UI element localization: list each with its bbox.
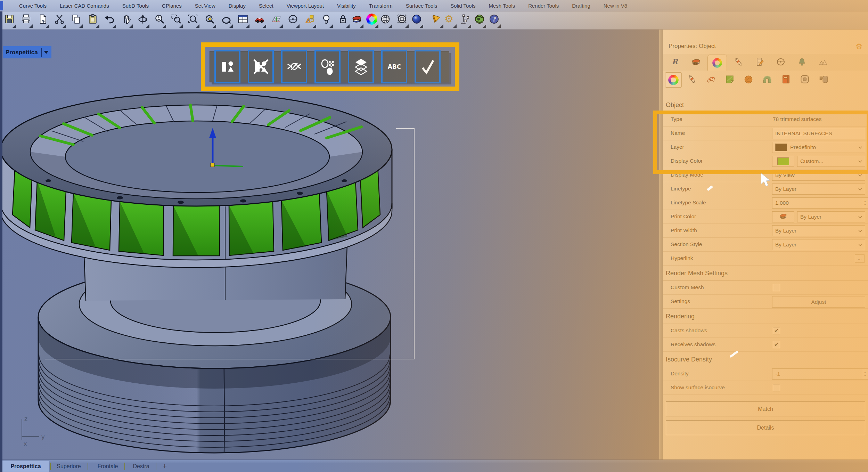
- flyout-triangle-icon[interactable]: [296, 24, 300, 28]
- save-button[interactable]: [3, 13, 16, 28]
- sphere-shaded-button[interactable]: [410, 13, 423, 28]
- menu-item-solid-tools[interactable]: Solid Tools: [444, 3, 482, 9]
- zoom-extents-button[interactable]: [203, 13, 216, 28]
- gear-button[interactable]: ⚙: [443, 13, 457, 28]
- flyout-triangle-icon[interactable]: [346, 24, 350, 28]
- color-wheel-button[interactable]: [365, 13, 378, 28]
- sphere-grid-button[interactable]: [395, 13, 409, 28]
- chevron-down-icon[interactable]: [858, 243, 862, 246]
- menu-item-visibility[interactable]: Visibility: [330, 3, 362, 9]
- menu-item-transform[interactable]: Transform: [362, 3, 399, 9]
- menu-item-drafting[interactable]: Drafting: [565, 3, 597, 9]
- menu-item-laser-cad-comands[interactable]: Laser CAD Comands: [53, 3, 116, 9]
- rotate-view-button[interactable]: [136, 13, 149, 28]
- match-button[interactable]: Match: [666, 401, 865, 416]
- panel-tab-rocks[interactable]: [813, 55, 833, 71]
- linetype-dropdown[interactable]: By Layer: [772, 184, 865, 195]
- viewport-tab-destra[interactable]: Destra: [128, 461, 154, 472]
- material-icon-red-book[interactable]: [778, 72, 794, 88]
- flyout-triangle-icon[interactable]: [497, 24, 501, 28]
- chevron-down-icon[interactable]: [858, 229, 862, 233]
- flyout-triangle-icon[interactable]: [196, 24, 199, 28]
- chevron-down-icon[interactable]: [44, 51, 49, 54]
- help-button[interactable]: ?: [488, 13, 501, 28]
- panel-tab-script-pencil[interactable]: [750, 55, 769, 71]
- panel-tab-paint-tube[interactable]: [729, 55, 748, 71]
- material-icon-striped-cylinder[interactable]: [815, 72, 832, 88]
- swap-display-button[interactable]: [314, 50, 341, 83]
- flyout-triangle-icon[interactable]: [468, 24, 471, 28]
- flyout-triangle-icon[interactable]: [453, 24, 457, 28]
- density-spinner-field[interactable]: -1: [772, 368, 868, 380]
- dimension-nodes-button[interactable]: [458, 13, 471, 28]
- select-objects-off-button[interactable]: [248, 50, 274, 83]
- menu-item-surface-tools[interactable]: Surface Tools: [399, 3, 444, 9]
- flyout-triangle-icon[interactable]: [440, 24, 443, 28]
- no-diameter-button[interactable]: [281, 50, 307, 83]
- viewport-perspective[interactable]: z y x Prospettica: [0, 30, 663, 459]
- flyout-triangle-icon[interactable]: [360, 24, 363, 28]
- viewport-grid-button[interactable]: [236, 13, 249, 28]
- panel-tab-circle-axis[interactable]: [771, 55, 791, 71]
- hyperlink-browse-button[interactable]: ...: [855, 254, 865, 263]
- details-button[interactable]: Details: [666, 420, 865, 435]
- flyout-triangle-icon[interactable]: [79, 24, 83, 28]
- menu-item-cplanes[interactable]: CPlanes: [155, 3, 188, 9]
- menu-item-render-tools[interactable]: Render Tools: [522, 3, 565, 9]
- flyout-triangle-icon[interactable]: [483, 24, 486, 28]
- chevron-down-icon[interactable]: [858, 174, 862, 177]
- export-doc-button[interactable]: [36, 13, 49, 28]
- material-icon-arch-teal[interactable]: [759, 72, 776, 88]
- linetype-scale-spinner[interactable]: ▲▼: [862, 197, 868, 209]
- menu-item-viewport-layout[interactable]: Viewport Layout: [280, 3, 330, 9]
- layers-stack-button[interactable]: [348, 50, 374, 83]
- zoom-selected-button[interactable]: [186, 13, 199, 28]
- annotate-shapes-button[interactable]: [303, 13, 316, 28]
- select-objects-button[interactable]: [214, 50, 240, 83]
- casts-shadows-checkbox[interactable]: ✔: [773, 327, 780, 334]
- menu-item-set-view[interactable]: Set View: [188, 3, 222, 9]
- car-button[interactable]: [253, 13, 266, 28]
- cut-button[interactable]: [53, 13, 66, 28]
- flyout-triangle-icon[interactable]: [329, 24, 333, 28]
- material-icon-paint-tube[interactable]: [684, 72, 701, 88]
- menu-item-mesh-tools[interactable]: Mesh Tools: [482, 3, 522, 9]
- check-confirm-button[interactable]: [415, 50, 441, 83]
- pie-wedge-button[interactable]: [350, 13, 363, 28]
- lightbulb-button[interactable]: [320, 13, 333, 28]
- flyout-triangle-icon[interactable]: [420, 24, 423, 28]
- flyout-triangle-icon[interactable]: [96, 24, 99, 28]
- flyout-triangle-icon[interactable]: [129, 24, 133, 28]
- panel-tab-rhino[interactable]: R: [665, 55, 685, 71]
- zoom-window-button[interactable]: [170, 13, 183, 28]
- paste-button[interactable]: [86, 13, 99, 28]
- flyout-triangle-icon[interactable]: [405, 24, 409, 28]
- material-icon-color-wheel[interactable]: [665, 72, 682, 88]
- add-viewport-tab-button[interactable]: +: [159, 461, 170, 472]
- receives-shadows-checkbox[interactable]: ✔: [773, 341, 780, 348]
- lock-button[interactable]: [336, 13, 350, 28]
- print-button[interactable]: [19, 13, 33, 28]
- viewport-tab-prospettica[interactable]: Prospettica: [2, 461, 49, 472]
- menu-item-subd-tools[interactable]: SubD Tools: [116, 3, 155, 9]
- undo-view-button[interactable]: [220, 13, 233, 28]
- linetype-scale-spinner-field[interactable]: 1.000: [772, 197, 868, 209]
- copy-button[interactable]: [69, 13, 83, 28]
- section-style-dropdown[interactable]: By Layer: [772, 239, 865, 250]
- flyout-triangle-icon[interactable]: [313, 24, 316, 28]
- material-icon-rock-orange[interactable]: [740, 72, 757, 88]
- panel-tab-color-wheel[interactable]: [707, 55, 727, 71]
- flyout-triangle-icon[interactable]: [63, 24, 66, 28]
- circle-axis-button[interactable]: [286, 13, 300, 28]
- cplane-grid-button[interactable]: [270, 13, 283, 28]
- menu-item-display[interactable]: Display: [222, 3, 252, 9]
- chevron-down-icon[interactable]: [858, 188, 862, 191]
- cone-light-button[interactable]: [430, 13, 443, 28]
- material-icon-checkered-wrap[interactable]: [703, 72, 719, 88]
- flyout-triangle-icon[interactable]: [163, 24, 166, 28]
- material-icon-green-sheet[interactable]: [721, 72, 738, 88]
- panel-tab-bell[interactable]: [792, 55, 812, 71]
- flyout-triangle-icon[interactable]: [113, 24, 116, 28]
- zoom-dynamic-button[interactable]: [153, 13, 166, 28]
- sphere-wire-button[interactable]: [379, 13, 392, 28]
